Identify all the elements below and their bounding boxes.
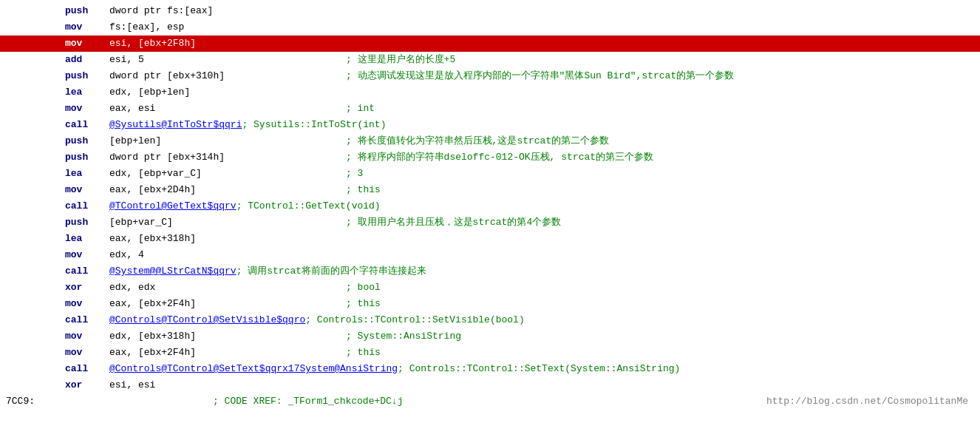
operand: dword ptr fs:[eax] xyxy=(109,3,346,19)
mnemonic: push xyxy=(65,3,109,19)
code-line: movesi, [ebx+2F8h] xyxy=(0,35,980,52)
comment-text: ; 调用strcat将前面的四个字符串连接起来 xyxy=(237,263,426,280)
operand: [ebp+var_C] xyxy=(109,214,346,231)
comment-text: ; 将程序内部的字符串dseloffc-012-OK压栈, strcat的第三个… xyxy=(346,149,653,166)
mnemonic: lea xyxy=(65,84,109,101)
mnemonic: call xyxy=(65,263,109,280)
code-line: call@TControl@GetText$qqrv ; TControl::G… xyxy=(0,198,980,214)
code-line: push[ebp+len]; 将长度值转化为字符串然后压栈,这是strcat的第… xyxy=(0,133,980,149)
mnemonic: mov xyxy=(65,182,109,198)
code-line: addesi, 5; 这里是用户名的长度+5 xyxy=(0,52,980,68)
comment-text: ; int xyxy=(346,101,375,117)
mnemonic: mov xyxy=(65,101,109,117)
mnemonic: call xyxy=(65,361,109,377)
code-line: pushdword ptr fs:[eax] xyxy=(0,3,980,19)
code-line: xoresi, esi xyxy=(0,377,980,393)
footer-label: 7CC9: xyxy=(6,393,43,410)
operand: eax, [ebx+2D4h] xyxy=(109,182,346,198)
comment-text: ; this xyxy=(346,345,381,361)
mnemonic: mov xyxy=(65,296,109,312)
operand: esi, 5 xyxy=(109,52,346,68)
mnemonic: mov xyxy=(65,345,109,361)
code-container: pushdword ptr fs:[eax] movfs:[eax], esp … xyxy=(0,0,980,443)
comment-text: ; 将长度值转化为字符串然后压栈,这是strcat的第二个参数 xyxy=(346,133,609,149)
mnemonic: mov xyxy=(65,247,109,263)
mnemonic: lea xyxy=(65,166,109,182)
code-line: moveax, [ebx+2D4h]; this xyxy=(0,182,980,198)
comment-text: ; TControl::GetText(void) xyxy=(237,198,381,214)
mnemonic: mov xyxy=(65,328,109,345)
code-line: movfs:[eax], esp xyxy=(0,19,980,35)
comment-text: ; 取用用户名并且压栈，这是strcat的第4个参数 xyxy=(346,214,561,231)
mnemonic: xor xyxy=(65,377,109,393)
code-line: movedx, [ebx+318h]; System::AnsiString xyxy=(0,328,980,345)
mnemonic: push xyxy=(65,149,109,166)
comment-text: ; Sysutils::IntToStr(int) xyxy=(242,117,386,133)
code-line: push[ebp+var_C]; 取用用户名并且压栈，这是strcat的第4个参… xyxy=(0,214,980,231)
mnemonic: lea xyxy=(65,231,109,247)
comment-text: ; 3 xyxy=(346,166,363,182)
mnemonic: push xyxy=(65,214,109,231)
comment-text: ; 动态调试发现这里是放入程序内部的一个字符串"黑体Sun Bird",strc… xyxy=(346,68,734,84)
mnemonic: push xyxy=(65,68,109,84)
footer-url: http://blog.csdn.net/CosmopolitanMe xyxy=(766,393,974,410)
operand: esi, [ebx+2F8h] xyxy=(109,35,346,52)
mnemonic: mov xyxy=(65,35,109,52)
operand: dword ptr [ebx+314h] xyxy=(109,149,346,166)
code-line: moveax, [ebx+2F4h]; this xyxy=(0,345,980,361)
comment-text: ; System::AnsiString xyxy=(346,328,461,345)
operand-link[interactable]: @TControl@GetText$qqrv xyxy=(109,198,237,214)
operand: [ebp+len] xyxy=(109,133,346,149)
operand-link[interactable]: @Controls@TControl@SetVisible$qqro xyxy=(109,312,305,328)
operand-link[interactable]: @System@@LStrCatN$qqrv xyxy=(109,263,237,280)
code-line: call@Sysutils@IntToStr$qqri ; Sysutils::… xyxy=(0,117,980,133)
code-line: leaedx, [ebp+len] xyxy=(0,84,980,101)
operand: edx, [ebx+318h] xyxy=(109,328,346,345)
operand: eax, [ebx+2F4h] xyxy=(109,296,346,312)
mnemonic: call xyxy=(65,198,109,214)
operand: edx, [ebp+var_C] xyxy=(109,166,346,182)
mnemonic: push xyxy=(65,133,109,149)
operand-link[interactable]: @Controls@TControl@SetText$qqrx17System@… xyxy=(109,361,398,377)
footer-comment: ; CODE XREF: _TForm1_chkcode+DC↓j xyxy=(213,393,403,410)
comment-text: ; bool xyxy=(346,280,381,296)
comment-text: ; this xyxy=(346,182,381,198)
mnemonic: xor xyxy=(65,280,109,296)
code-line: moveax, [ebx+2F4h]; this xyxy=(0,296,980,312)
code-line: call@Controls@TControl@SetVisible$qqro ;… xyxy=(0,312,980,328)
operand: eax, esi xyxy=(109,101,346,117)
code-line: pushdword ptr [ebx+314h]; 将程序内部的字符串dselo… xyxy=(0,149,980,166)
mnemonic: call xyxy=(65,312,109,328)
code-line: movedx, 4 xyxy=(0,247,980,263)
code-line: moveax, esi; int xyxy=(0,101,980,117)
comment-text: ; 这里是用户名的长度+5 xyxy=(346,52,455,68)
comment-text: ; this xyxy=(346,296,381,312)
operand: esi, esi xyxy=(109,377,346,393)
code-line: call@System@@LStrCatN$qqrv ; 调用strcat将前面… xyxy=(0,263,980,280)
operand: edx, 4 xyxy=(109,247,346,263)
operand: eax, [ebx+2F4h] xyxy=(109,345,346,361)
operand: edx, [ebp+len] xyxy=(109,84,346,101)
mnemonic: add xyxy=(65,52,109,68)
mnemonic: call xyxy=(65,117,109,133)
code-line: pushdword ptr [ebx+310h]; 动态调试发现这里是放入程序内… xyxy=(0,68,980,84)
operand: eax, [ebx+318h] xyxy=(109,231,346,247)
operand: edx, edx xyxy=(109,280,346,296)
code-line: xoredx, edx; bool xyxy=(0,280,980,296)
operand: fs:[eax], esp xyxy=(109,19,346,35)
footer-line: 7CC9:; CODE XREF: _TForm1_chkcode+DC↓jht… xyxy=(0,393,980,410)
code-line: call@Controls@TControl@SetText$qqrx17Sys… xyxy=(0,361,980,377)
comment-text: ; Controls::TControl::SetText(System::An… xyxy=(398,361,680,377)
mnemonic: mov xyxy=(65,19,109,35)
operand-link[interactable]: @Sysutils@IntToStr$qqri xyxy=(109,117,242,133)
code-line: leaeax, [ebx+318h] xyxy=(0,231,980,247)
comment-text: ; Controls::TControl::SetVisible(bool) xyxy=(305,312,524,328)
code-line: leaedx, [ebp+var_C]; 3 xyxy=(0,166,980,182)
operand: dword ptr [ebx+310h] xyxy=(109,68,346,84)
